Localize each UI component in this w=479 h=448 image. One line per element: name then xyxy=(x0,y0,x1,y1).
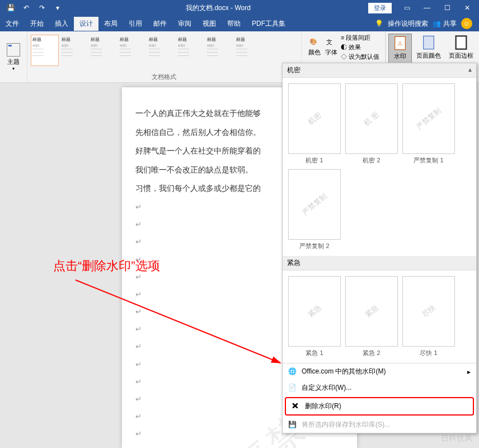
tab-开始[interactable]: 开始 xyxy=(25,17,49,31)
remove-watermark-button[interactable]: 🗙 删除水印(R) xyxy=(285,397,474,416)
page-color-label: 页面颜色 xyxy=(416,52,441,60)
save-watermark-label: 将所选内容保存到水印库(S)... xyxy=(302,420,390,430)
save-gallery-icon: 💾 xyxy=(288,421,297,430)
qat-customize-icon[interactable]: ▾ xyxy=(51,2,64,14)
custom-watermark-label: 自定义水印(W)... xyxy=(302,383,351,393)
fonts-label: 字体 xyxy=(325,48,337,57)
style-set-4[interactable]: 标题标题1———————————— xyxy=(147,35,175,66)
remove-watermark-label: 删除水印(R) xyxy=(305,402,341,411)
watermark-preset[interactable]: 机密机密 1 xyxy=(288,83,341,165)
page-border-label: 页面边框 xyxy=(449,52,473,60)
style-set-5[interactable]: 标题标题1———————————— xyxy=(176,35,204,66)
tab-邮件[interactable]: 邮件 xyxy=(148,17,172,31)
svg-rect-3 xyxy=(456,36,467,49)
watermark-preset[interactable]: 机 密机密 2 xyxy=(345,83,398,165)
watermark-preset[interactable]: 紧急紧急 2 xyxy=(345,276,398,357)
style-set-3[interactable]: 标题标题1———————————— xyxy=(118,35,146,66)
svg-text:A: A xyxy=(398,40,402,47)
tab-引用[interactable]: 引用 xyxy=(123,17,148,31)
watermark-preset-label: 严禁复制 2 xyxy=(299,242,329,250)
para-spacing-label: 段落间距 xyxy=(346,34,370,41)
tab-插入[interactable]: 插入 xyxy=(49,17,74,31)
annotation-text: 点击“删除水印”选项 xyxy=(53,258,160,274)
colors-label: 颜色 xyxy=(308,48,321,57)
format-group-label: 文档格式 xyxy=(152,73,176,81)
wm-section-title: 机密 xyxy=(287,66,300,75)
page-border-icon xyxy=(453,35,469,50)
style-set-1[interactable]: 标题标题1———————————— xyxy=(60,35,88,66)
watermark-preset-label: 机密 2 xyxy=(363,156,380,165)
custom-watermark-button[interactable]: 📄 自定义水印(W)... xyxy=(283,380,476,396)
style-set-6[interactable]: 标题标题1———————————— xyxy=(205,35,233,66)
watermark-dropdown: 机密▴机密机密 1机 密机密 2严禁复制严禁复制 1严禁复制严禁复制 2紧急紧急… xyxy=(282,63,477,433)
watermark-preset[interactable]: 严禁复制严禁复制 2 xyxy=(288,169,341,250)
watermark-preset-label: 紧急 2 xyxy=(363,349,380,357)
maximize-icon[interactable]: ☐ xyxy=(438,1,457,15)
globe-icon: 🌐 xyxy=(288,367,297,376)
style-set-0[interactable]: 标题标题1———————————— xyxy=(31,35,59,66)
login-button[interactable]: 登录 xyxy=(368,3,392,13)
brand-watermark: 日科技风 xyxy=(441,433,472,444)
tab-审阅[interactable]: 审阅 xyxy=(172,17,197,31)
themes-icon xyxy=(7,43,20,57)
fonts-icon: 文 xyxy=(326,38,336,48)
remove-icon: 🗙 xyxy=(292,402,300,411)
watermark-preset[interactable]: 严禁复制严禁复制 1 xyxy=(402,83,455,165)
effects-label: 效果 xyxy=(349,44,361,50)
share-label: 共享 xyxy=(443,19,457,29)
effects-button[interactable]: ◐ 效果 xyxy=(341,43,379,52)
para-spacing-button[interactable]: ≡ 段落间距 xyxy=(341,34,379,42)
feedback-icon[interactable]: ☺ xyxy=(461,18,472,29)
watermark-icon: A xyxy=(392,35,408,51)
tab-PDF工具集[interactable]: PDF工具集 xyxy=(246,17,291,31)
tellme-search[interactable]: 操作说明搜索 xyxy=(388,19,428,29)
share-icon: 👥 xyxy=(433,20,441,27)
watermark-preset-label: 严禁复制 1 xyxy=(414,156,443,165)
themes-button[interactable]: 主题 ▾ xyxy=(2,41,25,73)
save-watermark-button: 💾 将所选内容保存到水印库(S)... xyxy=(283,417,476,433)
close-icon[interactable]: ✕ xyxy=(458,1,477,15)
watermark-preset[interactable]: 紧急紧急 1 xyxy=(288,276,341,357)
colors-button[interactable]: 🎨 颜色 xyxy=(307,37,322,58)
tab-布局[interactable]: 布局 xyxy=(98,17,123,31)
watermark-preset-label: 尽快 1 xyxy=(420,349,437,357)
svg-rect-2 xyxy=(424,36,434,49)
tab-帮助[interactable]: 帮助 xyxy=(222,17,246,31)
tab-视图[interactable]: 视图 xyxy=(197,17,222,31)
share-button[interactable]: 👥 共享 xyxy=(433,19,457,29)
tellme-icon: 💡 xyxy=(375,20,383,27)
window-title: 我的文档.docx - Word xyxy=(68,3,368,13)
watermark-preset-label: 紧急 1 xyxy=(306,349,323,357)
save-icon[interactable]: 💾 xyxy=(4,2,17,14)
style-set-7[interactable]: 标题标题1———————————— xyxy=(234,35,262,66)
set-default-label: 设为默认值 xyxy=(349,53,379,60)
watermark-preset[interactable]: 尽快尽快 1 xyxy=(402,276,455,357)
watermark-office-link[interactable]: 🌐 Office.com 中的其他水印(M) ▸ xyxy=(283,363,476,380)
paragraph-mark: ↵ xyxy=(135,443,344,448)
redo-icon[interactable]: ↷ xyxy=(36,2,48,14)
style-set-2[interactable]: 标题标题1———————————— xyxy=(89,35,117,66)
watermark-preset-label: 机密 1 xyxy=(306,156,323,165)
ribbon-display-icon[interactable]: ▭ xyxy=(397,1,416,15)
watermark-label: 水印 xyxy=(394,52,406,60)
wm-scroll-up-icon[interactable]: ▴ xyxy=(468,66,472,75)
minimize-icon[interactable]: — xyxy=(417,1,436,15)
tab-文件[interactable]: 文件 xyxy=(0,17,25,31)
chevron-down-icon: ▾ xyxy=(12,66,15,71)
wm-section-title: 紧急 xyxy=(287,258,300,268)
themes-label: 主题 xyxy=(7,58,20,66)
watermark-office-label: Office.com 中的其他水印(M) xyxy=(302,367,386,376)
tab-设计[interactable]: 设计 xyxy=(74,17,98,31)
undo-icon[interactable]: ↶ xyxy=(20,2,32,14)
chevron-right-icon: ▸ xyxy=(467,368,471,376)
fonts-button[interactable]: 文 字体 xyxy=(324,37,339,58)
page-color-icon xyxy=(421,35,436,50)
page-icon: 📄 xyxy=(288,384,297,393)
colors-icon: 🎨 xyxy=(309,38,320,48)
set-default-button[interactable]: ◇ 设为默认值 xyxy=(341,53,379,61)
